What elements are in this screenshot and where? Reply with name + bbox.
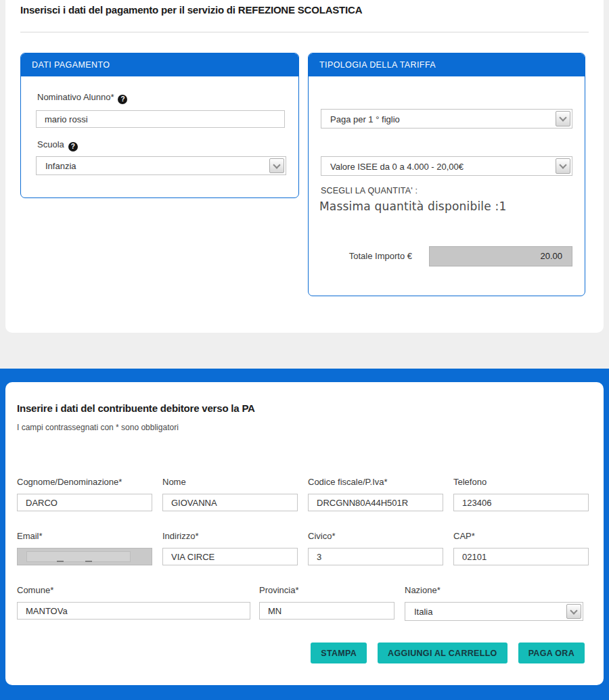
chevron-down-icon[interactable]: [556, 111, 570, 126]
cap-label: CAP*: [453, 531, 589, 541]
isee-select-value: Valore ISEE da 0 a 4.000 - 20,00€: [330, 161, 464, 171]
totale-importo-label: Totale Importo €: [321, 251, 412, 261]
field-telefono: Telefono: [453, 477, 589, 511]
scuola-label: Scuola?: [37, 139, 78, 151]
civico-input[interactable]: [308, 548, 443, 565]
provincia-label: Provincia*: [259, 585, 394, 595]
cognome-label: Cognome/Denominazione*: [17, 477, 152, 487]
debtor-form-title: Inserire i dati del contribuente debitor…: [17, 402, 255, 414]
tipologia-tariffa-panel: TIPOLOGIA DELLA TARIFFA Paga per 1 ° fig…: [308, 53, 585, 296]
indirizzo-label: Indirizzo*: [162, 531, 298, 541]
field-provincia: Provincia*: [259, 585, 394, 620]
dati-pagamento-panel: DATI PAGAMENTO Nominativo Alunno*? Scuol…: [20, 53, 299, 198]
field-nome: Nome: [162, 477, 298, 511]
paga-ora-button[interactable]: PAGA ORA: [518, 643, 585, 663]
page-title: Inserisci i dati del pagamento per il se…: [20, 4, 589, 16]
email-redaction-mark: [85, 561, 92, 562]
field-codice-fiscale: Codice fiscale/P.Iva*: [308, 477, 443, 511]
figlio-select-value: Paga per 1 ° figlio: [330, 114, 400, 124]
field-nazione: Nazione* Italia: [405, 585, 583, 621]
help-icon[interactable]: ?: [68, 142, 78, 151]
chevron-down-icon[interactable]: [556, 158, 570, 174]
isee-select[interactable]: Valore ISEE da 0 a 4.000 - 20,00€: [321, 156, 572, 176]
form-actions: STAMPA AGGIUNGI AL CARRELLO PAGA ORA: [311, 643, 585, 663]
email-redaction-mark: [57, 561, 64, 562]
nominativo-alunno-label: Nominativo Alunno*?: [37, 92, 127, 104]
cap-input[interactable]: [453, 548, 589, 565]
nominativo-alunno-input[interactable]: [36, 110, 285, 128]
comune-input[interactable]: [17, 602, 250, 620]
nominativo-alunno-label-text: Nominativo Alunno*: [37, 92, 114, 102]
tipologia-tariffa-header: TIPOLOGIA DELLA TARIFFA: [309, 53, 585, 76]
totale-importo-field: 20.00: [429, 246, 572, 266]
chevron-down-icon[interactable]: [566, 604, 581, 619]
dati-pagamento-header: DATI PAGAMENTO: [21, 53, 298, 76]
scegli-quantita-label: SCEGLI LA QUANTITA' :: [321, 186, 418, 195]
nome-label: Nome: [162, 477, 298, 487]
codice-fiscale-input[interactable]: [308, 494, 443, 511]
field-indirizzo: Indirizzo*: [162, 531, 298, 565]
scuola-select-value: Infanzia: [45, 161, 76, 171]
indirizzo-input[interactable]: [162, 548, 298, 565]
telefono-label: Telefono: [453, 477, 589, 487]
payment-service-card: Inserisci i dati del pagamento per il se…: [5, 0, 604, 333]
title-divider: [20, 32, 589, 32]
scuola-select[interactable]: Infanzia: [36, 156, 286, 175]
email-redaction-overlay: [26, 551, 131, 562]
cognome-input[interactable]: [17, 494, 152, 511]
stampa-button[interactable]: STAMPA: [311, 643, 367, 663]
figlio-select[interactable]: Paga per 1 ° figlio: [321, 109, 572, 129]
field-cognome: Cognome/Denominazione*: [17, 477, 152, 511]
debtor-form-card: Inserire i dati del contribuente debitor…: [5, 382, 604, 685]
email-input-disabled: [17, 548, 152, 565]
field-civico: Civico*: [308, 531, 443, 565]
nome-input[interactable]: [162, 494, 298, 511]
codice-fiscale-label: Codice fiscale/P.Iva*: [308, 477, 443, 487]
field-cap: CAP*: [453, 531, 589, 565]
email-label: Email*: [17, 531, 152, 541]
scuola-label-text: Scuola: [37, 139, 64, 149]
chevron-down-icon[interactable]: [269, 158, 284, 173]
aggiungi-al-carrello-button[interactable]: AGGIUNGI AL CARRELLO: [378, 643, 508, 663]
massima-quantita-text: Massima quantità disponibile :1: [319, 200, 506, 213]
nazione-select[interactable]: Italia: [405, 602, 583, 621]
provincia-input[interactable]: [259, 602, 394, 620]
debtor-form-subtitle: I campi contrassegnati con * sono obblig…: [17, 423, 179, 432]
civico-label: Civico*: [308, 531, 443, 541]
telefono-input[interactable]: [453, 494, 589, 511]
nazione-label: Nazione*: [405, 585, 583, 595]
comune-label: Comune*: [17, 585, 250, 595]
help-icon[interactable]: ?: [118, 95, 127, 104]
nazione-select-value: Italia: [414, 607, 432, 617]
field-comune: Comune*: [17, 585, 250, 620]
field-email: Email*: [17, 531, 152, 565]
